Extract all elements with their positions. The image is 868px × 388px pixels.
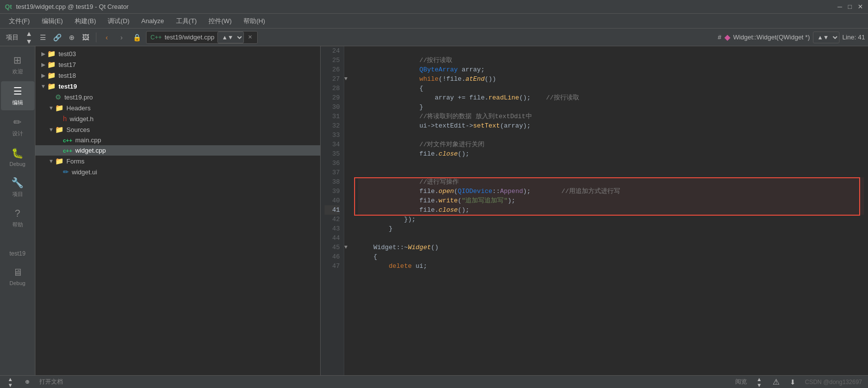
close-file-tab-btn[interactable]: ✕ [247, 34, 253, 40]
function-nav-select[interactable]: ▲▼ [813, 32, 839, 43]
link-btn[interactable]: 🔗 [50, 31, 64, 44]
status-add-btn[interactable]: ⊕ [21, 377, 33, 387]
line-label: Line: 41 [842, 33, 865, 41]
tree-item-widget-cpp[interactable]: c++ widget.cpp [35, 145, 320, 156]
menu-tools[interactable]: 工具(T) [171, 15, 202, 28]
status-left: ▲▼ ⊕ 打开文档 [4, 377, 65, 387]
code-line-41: file.close(); [358, 205, 864, 215]
sidebar-label-edit: 编辑 [12, 99, 23, 106]
tree-item-test03[interactable]: ▶ 📁 test03 [35, 48, 320, 59]
menu-file[interactable]: 文件(F) [4, 15, 35, 28]
nav-forward-btn[interactable]: › [115, 31, 128, 44]
menu-build[interactable]: 构建(B) [70, 15, 101, 28]
sidebar-item-help[interactable]: ? 帮助 [1, 204, 34, 232]
status-bar: ▲▼ ⊕ 打开文档 阅览 ▲▼ ⚠ ⬇ CSDN @dong132697 [0, 375, 868, 388]
code-line-44 [358, 233, 864, 243]
toggle-test03[interactable]: ▶ [39, 51, 47, 57]
menu-bar: 文件(F) 编辑(E) 构建(B) 调试(D) Analyze 工具(T) 控件… [0, 14, 868, 29]
toggle-test19[interactable]: ▼ [39, 83, 47, 89]
file-tab[interactable]: C++ test19/widget.cpp ▲▼ ✕ [146, 31, 258, 44]
maximize-btn[interactable]: □ [848, 3, 852, 10]
tree-label-test19: test19 [59, 83, 77, 90]
tree-label-test18: test18 [59, 72, 76, 79]
pro-icon: ⚙ [55, 93, 61, 101]
sidebar-test19-text: test19 [9, 250, 26, 257]
code-area[interactable]: //按行读取 QByteArray array; while(!file.atE… [354, 46, 868, 271]
tree-item-test17[interactable]: ▶ 📁 test17 [35, 59, 320, 70]
tree-item-test19pro[interactable]: ⚙ test19.pro [35, 92, 320, 102]
status-browse-nav[interactable]: ▲▼ [753, 377, 766, 387]
status-error-icon[interactable]: ⬇ [786, 377, 799, 387]
sidebar-item-debug1[interactable]: 🐛 Debug [1, 143, 34, 171]
bug-icon: 🐛 [11, 147, 24, 159]
nav-back-btn[interactable]: ‹ [100, 31, 113, 44]
menu-debug[interactable]: 调试(D) [103, 15, 134, 28]
wrench-icon: 🔧 [11, 177, 24, 189]
toggle-test18[interactable]: ▶ [39, 72, 47, 79]
tree-label-widget-cpp: widget.cpp [75, 147, 106, 154]
design-icon: ✏ [13, 116, 22, 128]
tree-label-headers: Headers [66, 104, 90, 112]
lock-btn[interactable]: 🔒 [130, 31, 144, 44]
file-tab-name: test19/widget.cpp [165, 33, 214, 41]
toggle-forms[interactable]: ▼ [47, 158, 55, 164]
sidebar-item-welcome[interactable]: ⊞ 欢迎 [1, 50, 34, 79]
line-num-35: 35 [325, 149, 340, 159]
project-toolbar-section: 项目 ▲▼ ☰ 🔗 ⊕ 🖼 [3, 31, 92, 44]
filter-btn[interactable]: ☰ [36, 31, 49, 44]
image-btn[interactable]: 🖼 [79, 31, 92, 44]
tree-item-headers[interactable]: ▼ 📁 Headers [35, 102, 320, 113]
forms-folder-icon: 📁 [55, 157, 63, 165]
fold-45[interactable]: ▼ [344, 243, 354, 252]
line-num-36: 36 [325, 159, 340, 168]
line-num-34: 34 [325, 140, 340, 149]
fold-27[interactable]: ▼ [344, 74, 354, 84]
close-btn[interactable]: ✕ [858, 3, 863, 10]
menu-edit[interactable]: 编辑(E) [37, 15, 68, 28]
sidebar-item-design[interactable]: ✏ 设计 [1, 112, 34, 141]
tree-item-sources[interactable]: ▼ 📁 Sources [35, 124, 320, 135]
code-line-43: } [358, 224, 864, 233]
line-num-26: 26 [325, 65, 340, 74]
menu-help[interactable]: 帮助(H) [239, 15, 270, 28]
spacer-widget-h [55, 116, 63, 122]
sidebar-label-debug1: Debug [9, 161, 25, 167]
tree-item-forms[interactable]: ▼ 📁 Forms [35, 156, 320, 166]
code-line-26: QByteArray array; [358, 65, 864, 74]
function-label: Widget::Widget(QWidget *) [733, 33, 810, 41]
status-nav-up[interactable]: ▲▼ [4, 377, 17, 387]
tree-item-main-cpp[interactable]: c++ main.cpp [35, 135, 320, 145]
line-numbers: 24 25 26 27 28 29 30 31 32 33 34 35 36 3… [321, 46, 344, 375]
toolbar: 项目 ▲▼ ☰ 🔗 ⊕ 🖼 ‹ › 🔒 C++ test19/widget.cp… [0, 29, 868, 46]
menu-controls[interactable]: 控件(W) [204, 15, 237, 28]
sidebar-item-project[interactable]: 🔧 项目 [1, 173, 34, 202]
sidebar-icons: ⊞ 欢迎 ☰ 编辑 ✏ 设计 🐛 Debug 🔧 项目 ? 帮助 test19 … [0, 46, 35, 375]
add-btn[interactable]: ⊕ [65, 31, 78, 44]
menu-analyze[interactable]: Analyze [136, 15, 169, 27]
edit-icon: ☰ [13, 85, 22, 97]
code-line-45: Widget::~Widget() [358, 243, 864, 252]
file-tree: ▶ 📁 test03 ▶ 📁 test17 ▶ 📁 test18 ▼ 📁 tes… [35, 46, 320, 375]
minimize-btn[interactable]: ─ [838, 3, 842, 10]
toggle-test17[interactable]: ▶ [39, 62, 47, 68]
app-logo: Qt [5, 3, 12, 10]
line-num-31: 31 [325, 112, 340, 121]
toggle-sources[interactable]: ▼ [47, 127, 55, 132]
tree-item-test18[interactable]: ▶ 📁 test18 [35, 70, 320, 81]
toggle-headers[interactable]: ▼ [47, 105, 55, 111]
file-nav-select[interactable]: ▲▼ [217, 32, 244, 43]
status-warning-icon[interactable]: ⚠ [770, 377, 782, 387]
project-label: 项目 [3, 33, 22, 42]
sidebar-item-debug2[interactable]: 🖥 Debug [1, 263, 34, 290]
project-nav-up[interactable]: ▲▼ [23, 31, 35, 44]
code-line-46: { [358, 252, 864, 261]
tree-item-test19[interactable]: ▼ 📁 test19 [35, 81, 320, 92]
line-num-38: 38 [325, 177, 340, 187]
tree-label-main-cpp: main.cpp [75, 136, 101, 144]
tree-item-widget-h[interactable]: h widget.h [35, 113, 320, 124]
tree-label-widget-ui: widget.ui [72, 168, 97, 176]
tree-item-widget-ui[interactable]: ✏ widget.ui [35, 166, 320, 177]
sidebar-item-edit[interactable]: ☰ 编辑 [1, 81, 34, 110]
monitor-icon: 🖥 [13, 267, 23, 278]
code-content[interactable]: 24 25 26 27 28 29 30 31 32 33 34 35 36 3… [321, 46, 868, 375]
